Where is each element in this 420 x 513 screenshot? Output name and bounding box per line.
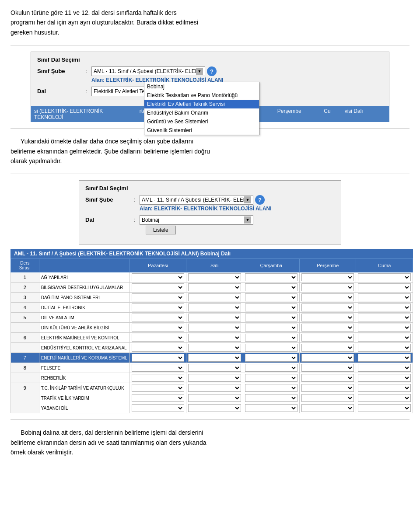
row-cuma-select[interactable] [356,393,413,403]
select-sali[interactable] [188,384,241,392]
row-cuma-select[interactable] [356,303,413,313]
row-pazartesi-select[interactable] [130,383,186,393]
select-cuma[interactable] [358,293,411,301]
select-carsamba[interactable] [245,394,298,402]
select-pazartesi[interactable] [132,334,184,342]
select-cuma[interactable] [358,374,411,382]
row-carsamba-select[interactable] [243,393,299,403]
select-persembe[interactable] [301,364,354,372]
row-pazartesi-select[interactable] [130,272,186,283]
row-pazartesi-select[interactable] [130,333,186,343]
select-cuma[interactable] [358,334,411,342]
select-persembe[interactable] [301,283,354,291]
select-sali[interactable] [188,293,241,301]
row-persembe-select[interactable] [300,283,356,293]
select-cuma[interactable] [358,344,411,352]
select-cuma[interactable] [358,354,411,362]
p2-help-icon[interactable]: ? [255,195,265,205]
select-sali[interactable] [188,273,241,281]
row-cuma-select[interactable] [356,293,413,303]
row-persembe-select[interactable] [300,353,356,363]
row-pazartesi-select[interactable] [130,363,186,373]
row-pazartesi-select[interactable] [130,303,186,313]
select-cuma[interactable] [358,324,411,332]
select-sali[interactable] [188,394,241,402]
select-persembe[interactable] [301,334,354,342]
row-persembe-select[interactable] [300,313,356,323]
dropdown-item-elektrikli-ev[interactable]: Elektrikli Ev Aletleri Teknik Servisi [144,100,259,108]
row-carsamba-select[interactable] [243,272,299,283]
row-pazartesi-select[interactable] [130,343,186,353]
select-carsamba[interactable] [245,384,298,392]
row-persembe-select[interactable] [300,373,356,383]
select-pazartesi[interactable] [132,344,184,352]
select-cuma[interactable] [358,364,411,372]
select-sali[interactable] [188,404,241,412]
select-cuma[interactable] [358,304,411,311]
row-cuma-select[interactable] [356,343,413,353]
row-carsamba-select[interactable] [243,343,299,353]
row-pazartesi-select[interactable] [130,313,186,323]
select-sali[interactable] [188,304,241,311]
row-cuma-select[interactable] [356,272,413,283]
select-persembe[interactable] [301,304,354,311]
select-persembe[interactable] [301,344,354,352]
row-pazartesi-select[interactable] [130,283,186,293]
select-persembe[interactable] [301,404,354,412]
row-carsamba-select[interactable] [243,373,299,383]
row-persembe-select[interactable] [300,323,356,333]
row-carsamba-select[interactable] [243,383,299,393]
select-carsamba[interactable] [245,334,298,342]
select-pazartesi[interactable] [132,404,184,412]
row-cuma-select[interactable] [356,383,413,393]
dropdown-item-guvenlik[interactable]: Güvenlik Sistemleri [144,126,259,135]
help-icon[interactable]: ? [207,66,217,76]
row-sali-select[interactable] [186,403,243,413]
row-pazartesi-select[interactable] [130,323,186,333]
row-pazartesi-select[interactable] [130,353,186,363]
select-cuma[interactable] [358,394,411,402]
select-cuma[interactable] [358,283,411,291]
select-carsamba[interactable] [245,344,298,352]
row-carsamba-select[interactable] [243,303,299,313]
dropdown-item-endustriyel[interactable]: Endüstriyel Bakım Onarım [144,108,259,117]
select-carsamba[interactable] [245,364,298,372]
row-sali-select[interactable] [186,313,243,323]
row-cuma-select[interactable] [356,353,413,363]
select-persembe[interactable] [301,273,354,281]
p2-dal-select[interactable]: Bobinaj ▼ [140,215,253,225]
select-persembe[interactable] [301,374,354,382]
select-persembe[interactable] [301,394,354,402]
select-pazartesi[interactable] [132,354,184,362]
select-pazartesi[interactable] [132,273,184,281]
row-cuma-select[interactable] [356,333,413,343]
row-cuma-select[interactable] [356,323,413,333]
row-carsamba-select[interactable] [243,293,299,303]
dropdown-item-elektrik-tesisatlari[interactable]: Elektrik Tesisatları ve Pano Montörlüğü [144,91,259,100]
row-persembe-select[interactable] [300,383,356,393]
row-sali-select[interactable] [186,303,243,313]
row-persembe-select[interactable] [300,303,356,313]
select-persembe[interactable] [301,314,354,321]
select-persembe[interactable] [301,384,354,392]
select-carsamba[interactable] [245,273,298,281]
row-sali-select[interactable] [186,353,243,363]
row-cuma-select[interactable] [356,283,413,293]
row-sali-select[interactable] [186,333,243,343]
select-sali[interactable] [188,334,241,342]
select-sali[interactable] [188,324,241,332]
row-sali-select[interactable] [186,393,243,403]
row-sali-select[interactable] [186,293,243,303]
sinif-select[interactable]: AML - 11. Sınıf / A Şubesi (ELEKTRİK- EL… [91,66,205,76]
select-cuma[interactable] [358,404,411,412]
dal-dropdown[interactable]: Bobinaj Elektrik Tesisatları ve Pano Mon… [144,82,259,135]
row-sali-select[interactable] [186,373,243,383]
row-carsamba-select[interactable] [243,333,299,343]
select-pazartesi[interactable] [132,314,184,321]
select-carsamba[interactable] [245,293,298,301]
row-persembe-select[interactable] [300,393,356,403]
select-carsamba[interactable] [245,404,298,412]
row-persembe-select[interactable] [300,403,356,413]
row-persembe-select[interactable] [300,363,356,373]
select-pazartesi[interactable] [132,374,184,382]
